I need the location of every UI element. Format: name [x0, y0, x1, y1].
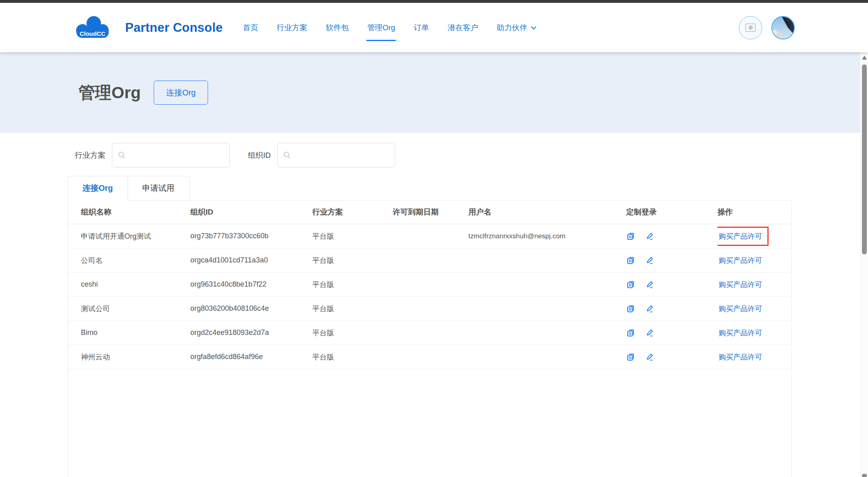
col-actions: 操作 [717, 207, 792, 217]
org-name-cell: 公司名 [81, 256, 190, 265]
edit-login-icon[interactable] [645, 280, 654, 289]
edit-login-icon[interactable] [645, 232, 654, 241]
org-name-cell: 测试公司 [81, 304, 190, 314]
org-id-cell: orgd2c4ee918093e2d7a [190, 328, 312, 337]
custom-login-cell [626, 328, 717, 337]
filter-bar: 行业方案 组织ID [75, 143, 395, 167]
copy-login-icon[interactable] [626, 304, 635, 313]
vertical-scrollbar[interactable] [860, 52, 868, 477]
copy-login-icon[interactable] [626, 232, 635, 241]
table-row: 神州云动 orgfa8efd6cd864af96e 平台版 购 [68, 345, 792, 369]
nav-item-home[interactable]: 首页 [243, 23, 258, 33]
col-license-expiry: 许可到期日期 [393, 207, 468, 217]
avatar-photo [772, 17, 794, 39]
buy-product-license-link[interactable]: 购买产品许可 [719, 232, 762, 240]
edit-login-icon[interactable] [645, 304, 654, 313]
page-header: 管理Org 连接Org [0, 52, 860, 133]
nav-item-packages[interactable]: 软件包 [326, 23, 348, 33]
org-name-cell: 神州云动 [81, 352, 190, 362]
cloudcc-logo[interactable]: CloudCC [74, 15, 111, 41]
table-body: 申请试用开通Org测试 org73b777b37300cc60b 平台版 tzm… [68, 224, 792, 369]
buy-product-license-link[interactable]: 购买产品许可 [719, 329, 762, 337]
actions-cell: 购买产品许可 [717, 251, 792, 270]
buy-product-license-link[interactable]: 购买产品许可 [719, 281, 762, 289]
nav-item-orders[interactable]: 订单 [414, 23, 429, 33]
actions-cell: 购买产品许可 [717, 347, 792, 367]
svg-text:CloudCC: CloudCC [80, 30, 105, 37]
buy-product-license-link[interactable]: 购买产品许可 [719, 305, 762, 313]
connect-org-button[interactable]: 连接Org [154, 81, 208, 105]
plan-cell: 平台版 [312, 304, 393, 314]
org-name-cell: Bimo [81, 328, 190, 337]
screenshot-button[interactable] [739, 16, 762, 39]
org-tabs: 连接Org 申请试用 [68, 176, 190, 200]
org-name-cell: ceshi [81, 280, 190, 289]
actions-cell: 购买产品许可 [717, 323, 792, 343]
user-avatar[interactable] [771, 16, 795, 39]
table-row: 测试公司 org8036200b408106c4e 平台版 购 [68, 297, 792, 321]
actions-cell: 购买产品许可 [717, 299, 792, 318]
scrollbar-thumb[interactable] [862, 64, 867, 254]
industry-filter-box [112, 143, 230, 167]
plan-cell: 平台版 [312, 328, 393, 338]
org-id-filter-input[interactable] [277, 143, 395, 167]
plan-cell: 平台版 [312, 352, 393, 362]
copy-login-icon[interactable] [626, 280, 635, 289]
org-id-cell: orgca4d1001cd711a3a0 [190, 256, 312, 264]
org-id-filter-box [277, 143, 395, 167]
highlight-annotation: 购买产品许可 [717, 299, 769, 318]
copy-login-icon[interactable] [626, 256, 635, 265]
navbar: CloudCC Partner Console 首页 行业方案 软件包 管理Or… [0, 3, 868, 52]
col-custom-login: 定制登录 [626, 207, 717, 217]
col-username: 用户名 [468, 207, 626, 217]
main-nav: 首页 行业方案 软件包 管理Org 订单 潜在客户 助力伙伴 [243, 23, 537, 33]
nav-item-manage-org[interactable]: 管理Org [367, 23, 395, 33]
app-title: Partner Console [125, 21, 223, 35]
scroll-down-arrow-icon[interactable] [862, 474, 867, 477]
chevron-down-icon [530, 26, 537, 30]
table-row: 公司名 orgca4d1001cd711a3a0 平台版 购买 [68, 248, 792, 273]
col-industry-plan: 行业方案 [312, 207, 393, 217]
custom-login-cell [626, 280, 717, 289]
copy-login-icon[interactable] [626, 353, 635, 361]
highlight-annotation: 购买产品许可 [717, 227, 769, 246]
main-content: 行业方案 组织ID 连接Org 申请试用 组织名称 组织ID 行业方案 许可到期… [0, 133, 860, 477]
highlight-annotation: 购买产品许可 [717, 275, 769, 294]
org-name-cell: 申请试用开通Org测试 [81, 231, 190, 241]
navbar-right [739, 16, 795, 39]
copy-login-icon[interactable] [626, 328, 635, 337]
highlight-annotation: 购买产品许可 [717, 251, 769, 270]
scroll-up-arrow-icon[interactable] [862, 56, 867, 60]
edit-login-icon[interactable] [645, 256, 654, 265]
org-id-cell: orgfa8efd6cd864af96e [190, 353, 312, 361]
custom-login-cell [626, 256, 717, 265]
edit-login-icon[interactable] [645, 353, 654, 361]
industry-filter-label: 行业方案 [75, 150, 105, 161]
org-id-cell: org9631c40c8be1b7f22 [190, 280, 312, 289]
org-id-cell: org73b777b37300cc60b [190, 232, 312, 240]
table-row: Bimo orgd2c4ee918093e2d7a 平台版 购 [68, 321, 792, 345]
top-dark-strip [0, 0, 868, 3]
plan-cell: 平台版 [312, 256, 393, 265]
table-row: 申请试用开通Org测试 org73b777b37300cc60b 平台版 tzm… [68, 224, 792, 248]
plan-cell: 平台版 [312, 280, 393, 289]
buy-product-license-link[interactable]: 购买产品许可 [719, 256, 762, 264]
col-org-name: 组织名称 [81, 207, 190, 217]
plan-cell: 平台版 [312, 231, 393, 241]
buy-product-license-link[interactable]: 购买产品许可 [719, 353, 762, 361]
nav-item-leads[interactable]: 潜在客户 [447, 23, 478, 33]
page-title: 管理Org [78, 82, 141, 104]
industry-filter-input[interactable] [112, 143, 230, 167]
tab-trial-request[interactable]: 申请试用 [128, 176, 190, 200]
nav-item-industry-solutions[interactable]: 行业方案 [276, 23, 307, 33]
table-header: 组织名称 组织ID 行业方案 许可到期日期 用户名 定制登录 操作 [68, 200, 792, 224]
edit-login-icon[interactable] [645, 328, 654, 337]
org-id-cell: org8036200b408106c4e [190, 304, 312, 313]
custom-login-cell [626, 353, 717, 361]
table-row: ceshi org9631c40c8be1b7f22 平台版 [68, 273, 792, 297]
username-cell: tzmclfrznanrxxshuh@nespj.com [468, 232, 626, 240]
actions-cell: 购买产品许可 [717, 227, 792, 246]
nav-item-partner-support[interactable]: 助力伙伴 [497, 23, 537, 33]
actions-cell: 购买产品许可 [717, 275, 792, 294]
tab-connected-org[interactable]: 连接Org [68, 176, 128, 200]
